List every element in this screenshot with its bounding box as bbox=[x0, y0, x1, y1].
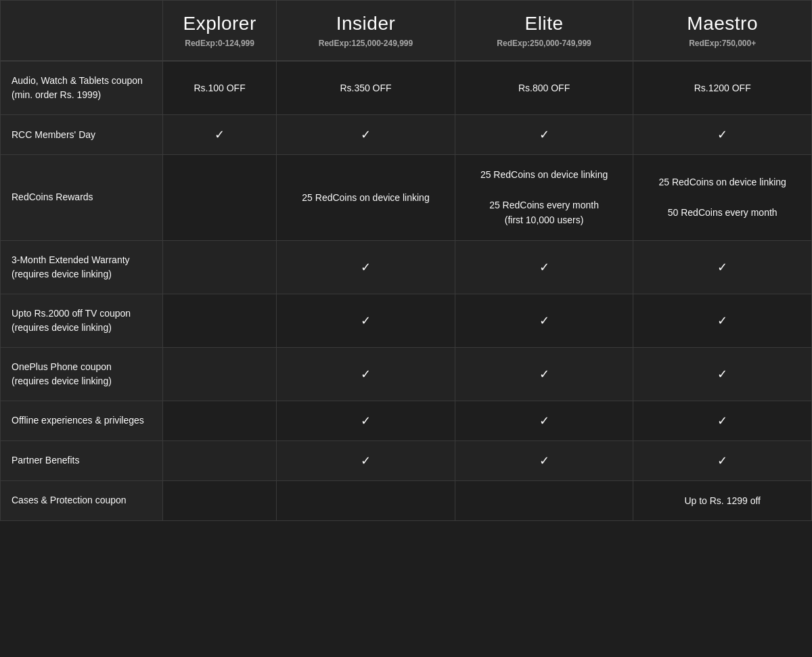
cell-elite bbox=[455, 480, 633, 520]
check-icon: ✓ bbox=[717, 260, 727, 274]
cell-explorer bbox=[163, 440, 277, 480]
feature-label-text: Upto Rs.2000 off TV coupon(requires devi… bbox=[12, 307, 152, 335]
feature-label-cell: OnePlus Phone coupon(requires device lin… bbox=[1, 347, 163, 401]
tier-range-insider: RedExp:125,000-249,999 bbox=[288, 39, 444, 48]
cell-insider: ✓ bbox=[277, 115, 455, 155]
cell-elite: ✓ bbox=[455, 240, 633, 294]
cell-insider: ✓ bbox=[277, 240, 455, 294]
feature-label-text: Audio, Watch & Tablets coupon(min. order… bbox=[12, 74, 152, 102]
feature-label-cell: RedCoins Rewards bbox=[1, 155, 163, 241]
check-icon: ✓ bbox=[539, 314, 549, 327]
cell-explorer: ✓ bbox=[163, 115, 277, 155]
cell-elite: ✓ bbox=[455, 294, 633, 347]
cell-maestro: 25 RedCoins on device linking50 RedCoins… bbox=[633, 155, 812, 241]
cell-insider: ✓ bbox=[277, 294, 455, 347]
check-icon: ✓ bbox=[361, 128, 371, 141]
feature-label-cell: Upto Rs.2000 off TV coupon(requires devi… bbox=[1, 294, 163, 347]
cell-insider: ✓ bbox=[277, 440, 455, 480]
cell-explorer bbox=[163, 401, 277, 440]
check-icon: ✓ bbox=[539, 128, 549, 141]
feature-row: RCC Members' Day✓✓✓✓ bbox=[1, 115, 812, 155]
feature-row: OnePlus Phone coupon(requires device lin… bbox=[1, 347, 812, 401]
cell-explorer bbox=[163, 155, 277, 241]
cell-value: 25 RedCoins on device linking50 RedCoins… bbox=[644, 175, 800, 220]
cell-elite: 25 RedCoins on device linking25 RedCoins… bbox=[455, 155, 633, 241]
feature-label-cell: RCC Members' Day bbox=[1, 115, 163, 155]
check-icon: ✓ bbox=[539, 367, 549, 381]
feature-label-text: RCC Members' Day bbox=[12, 128, 152, 142]
comparison-table: Explorer RedExp:0-124,999 Insider RedExp… bbox=[0, 0, 812, 521]
cell-insider: ✓ bbox=[277, 347, 455, 401]
check-icon: ✓ bbox=[717, 367, 727, 381]
cell-maestro: ✓ bbox=[633, 294, 812, 347]
cell-explorer bbox=[163, 480, 277, 520]
cell-maestro: ✓ bbox=[633, 347, 812, 401]
tier-name-elite: Elite bbox=[466, 13, 623, 35]
cell-value: Up to Rs. 1299 off bbox=[644, 493, 800, 508]
feature-label-text: OnePlus Phone coupon(requires device lin… bbox=[12, 360, 152, 388]
check-icon: ✓ bbox=[361, 454, 371, 468]
feature-label-cell: Audio, Watch & Tablets coupon(min. order… bbox=[1, 61, 163, 115]
cell-insider: Rs.350 OFF bbox=[277, 61, 455, 115]
cell-maestro: Rs.1200 OFF bbox=[633, 61, 812, 115]
feature-row: Cases & Protection couponUp to Rs. 1299 … bbox=[1, 480, 812, 520]
check-icon: ✓ bbox=[361, 260, 371, 274]
tier-insider: Insider RedExp:125,000-249,999 bbox=[277, 1, 455, 62]
check-icon: ✓ bbox=[215, 128, 225, 141]
check-icon: ✓ bbox=[717, 454, 727, 468]
check-icon: ✓ bbox=[717, 414, 727, 428]
tier-range-elite: RedExp:250,000-749,999 bbox=[466, 39, 623, 48]
cell-elite: ✓ bbox=[455, 347, 633, 401]
feature-label-text: Cases & Protection coupon bbox=[12, 493, 152, 507]
cell-elite: ✓ bbox=[455, 115, 633, 155]
cell-explorer: Rs.100 OFF bbox=[163, 61, 277, 115]
tier-name-maestro: Maestro bbox=[644, 13, 800, 35]
check-icon: ✓ bbox=[539, 260, 549, 274]
tier-range-explorer: RedExp:0-124,999 bbox=[174, 39, 265, 48]
feature-row: Offline experiences & privileges✓✓✓ bbox=[1, 401, 812, 440]
cell-insider: ✓ bbox=[277, 401, 455, 440]
cell-maestro: ✓ bbox=[633, 401, 812, 440]
check-icon: ✓ bbox=[361, 314, 371, 327]
cell-value: Rs.100 OFF bbox=[174, 81, 265, 95]
feature-row: Audio, Watch & Tablets coupon(min. order… bbox=[1, 61, 812, 115]
cell-elite: ✓ bbox=[455, 401, 633, 440]
feature-label-cell: Partner Benefits bbox=[1, 440, 163, 480]
cell-value: Rs.1200 OFF bbox=[644, 81, 800, 95]
cell-value: Rs.350 OFF bbox=[288, 81, 444, 95]
check-icon: ✓ bbox=[717, 128, 727, 141]
feature-row: Upto Rs.2000 off TV coupon(requires devi… bbox=[1, 294, 812, 347]
cell-value: Rs.800 OFF bbox=[466, 81, 623, 95]
feature-row: RedCoins Rewards25 RedCoins on device li… bbox=[1, 155, 812, 241]
cell-elite: Rs.800 OFF bbox=[455, 61, 633, 115]
cell-elite: ✓ bbox=[455, 440, 633, 480]
check-icon: ✓ bbox=[717, 314, 727, 327]
cell-explorer bbox=[163, 294, 277, 347]
header-row: Explorer RedExp:0-124,999 Insider RedExp… bbox=[1, 1, 812, 62]
check-icon: ✓ bbox=[539, 454, 549, 468]
cell-maestro: ✓ bbox=[633, 115, 812, 155]
tier-name-insider: Insider bbox=[288, 13, 444, 35]
tier-range-maestro: RedExp:750,000+ bbox=[644, 39, 800, 48]
feature-label-cell: Cases & Protection coupon bbox=[1, 480, 163, 520]
tier-name-explorer: Explorer bbox=[174, 13, 265, 35]
cell-maestro: Up to Rs. 1299 off bbox=[633, 480, 812, 520]
check-icon: ✓ bbox=[361, 414, 371, 428]
check-icon: ✓ bbox=[539, 414, 549, 428]
tier-explorer: Explorer RedExp:0-124,999 bbox=[163, 1, 277, 62]
feature-label-cell: Offline experiences & privileges bbox=[1, 401, 163, 440]
cell-explorer bbox=[163, 347, 277, 401]
tier-maestro: Maestro RedExp:750,000+ bbox=[633, 1, 812, 62]
cell-insider bbox=[277, 480, 455, 520]
tier-elite: Elite RedExp:250,000-749,999 bbox=[455, 1, 633, 62]
cell-value: 25 RedCoins on device linking bbox=[288, 190, 444, 205]
feature-row: 3-Month Extended Warranty(requires devic… bbox=[1, 240, 812, 294]
cell-explorer bbox=[163, 240, 277, 294]
feature-label-cell: 3-Month Extended Warranty(requires devic… bbox=[1, 240, 163, 294]
feature-row: Partner Benefits✓✓✓ bbox=[1, 440, 812, 480]
feature-label-text: RedCoins Rewards bbox=[12, 190, 152, 204]
feature-label-text: Offline experiences & privileges bbox=[12, 413, 152, 428]
feature-label-text: Partner Benefits bbox=[12, 453, 152, 468]
cell-insider: 25 RedCoins on device linking bbox=[277, 155, 455, 241]
feature-label-text: 3-Month Extended Warranty(requires devic… bbox=[12, 253, 152, 281]
